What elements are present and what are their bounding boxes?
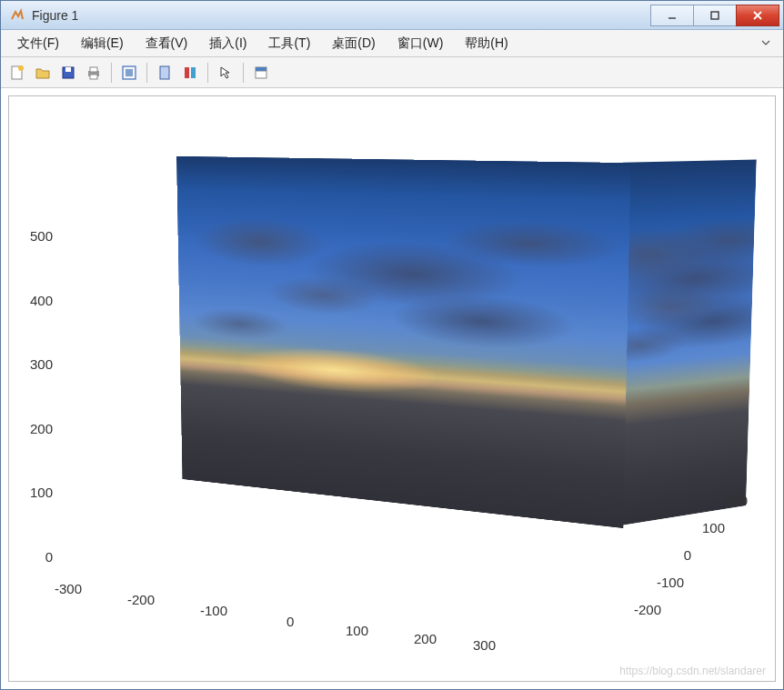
svg-rect-13 [191, 67, 196, 78]
menu-overflow-icon[interactable] [754, 34, 778, 54]
tick-label: 0 [684, 547, 691, 563]
tick-label: 0 [16, 549, 53, 565]
menu-edit[interactable]: 编辑(E) [70, 32, 135, 55]
tick-label: 100 [16, 485, 53, 500]
svg-rect-16 [256, 67, 266, 71]
tick-label: 100 [346, 623, 368, 638]
tick-label: 500 [16, 228, 53, 244]
save-icon[interactable] [57, 62, 79, 84]
tick-label: 0 [286, 614, 294, 629]
toolbar-separator [111, 63, 112, 83]
toolbar-separator [146, 63, 147, 83]
x-axis-ticks: -300 -200 -100 0 100 200 300 [55, 581, 482, 635]
tick-label: 400 [16, 293, 53, 308]
menu-help[interactable]: 帮助(H) [454, 32, 518, 55]
toolbar-separator [207, 63, 208, 83]
figure-body: 500 400 300 200 100 0 [1, 88, 783, 689]
surface-3d [171, 155, 641, 528]
tick-label: -100 [200, 603, 227, 618]
figure-window: Figure 1 文件(F) 编辑(E) 查看(V) 插入(I) 工具(T) 桌… [0, 0, 784, 690]
svg-rect-7 [90, 67, 97, 72]
tick-label: -200 [634, 602, 661, 617]
matlab-icon [10, 8, 25, 23]
tick-label: 100 [702, 520, 725, 535]
colorbar-icon[interactable] [179, 62, 201, 84]
tick-label: -300 [55, 581, 82, 596]
datacursor-icon[interactable] [118, 62, 140, 84]
tick-label: 200 [16, 421, 53, 436]
toolbar [1, 57, 783, 88]
properties-icon[interactable] [250, 62, 272, 84]
close-button[interactable] [736, 5, 779, 26]
open-icon[interactable] [32, 62, 54, 84]
svg-rect-5 [65, 67, 71, 72]
svg-rect-8 [90, 75, 97, 79]
svg-rect-10 [126, 69, 133, 76]
tick-label: 200 [414, 631, 437, 646]
menu-tools[interactable]: 工具(T) [257, 32, 321, 55]
z-axis-ticks: 500 400 300 200 100 0 [16, 228, 53, 565]
svg-rect-12 [185, 67, 189, 78]
tick-label: -100 [657, 575, 684, 590]
tick-label: -200 [127, 592, 155, 607]
arrow-icon[interactable] [215, 62, 236, 84]
titlebar: Figure 1 [1, 1, 783, 30]
menu-window[interactable]: 窗口(W) [387, 32, 455, 55]
face-right-image [616, 160, 757, 526]
minimize-button[interactable] [650, 5, 694, 26]
figure-canvas[interactable]: 500 400 300 200 100 0 [8, 95, 776, 682]
link-icon[interactable] [154, 62, 176, 84]
watermark: https://blog.csdn.net/slandarer [619, 665, 766, 677]
svg-rect-11 [160, 66, 169, 79]
svg-point-3 [18, 65, 24, 71]
y-axis-ticks: 200 100 0 -100 -200 [529, 490, 748, 626]
svg-rect-1 [711, 12, 719, 19]
sky-clouds [618, 195, 756, 384]
menubar: 文件(F) 编辑(E) 查看(V) 插入(I) 工具(T) 桌面(D) 窗口(W… [1, 30, 783, 57]
tick-label: 300 [16, 356, 53, 372]
menu-desktop[interactable]: 桌面(D) [321, 32, 386, 55]
menu-view[interactable]: 查看(V) [135, 32, 199, 55]
tick-label: 300 [473, 637, 496, 653]
menu-insert[interactable]: 插入(I) [198, 32, 257, 55]
window-controls [651, 5, 779, 26]
tick-label: 200 [725, 493, 748, 508]
maximize-button[interactable] [693, 5, 737, 26]
face-front-image [176, 156, 631, 529]
window-title: Figure 1 [30, 8, 651, 23]
menu-file[interactable]: 文件(F) [6, 32, 70, 55]
toolbar-separator [243, 63, 244, 83]
new-figure-icon[interactable] [6, 62, 28, 84]
print-icon[interactable] [83, 62, 105, 84]
